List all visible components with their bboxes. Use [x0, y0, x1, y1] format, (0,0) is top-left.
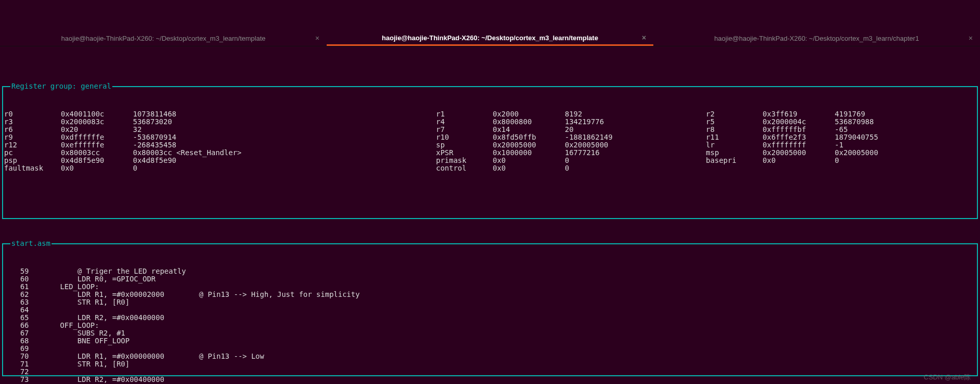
register-hex: 0x8fd50ffb [493, 133, 565, 141]
register-hex: 0x80003cc [61, 149, 133, 157]
register-hex: 0x3ff619 [763, 110, 835, 118]
register-hex: 0x0 [493, 157, 565, 164]
source-line: 60 LDR R0, =GPIOC_ODR [4, 275, 976, 283]
terminal-body: Register group: general r00x4001100c1073… [0, 62, 980, 384]
source-line: 68 BNE OFF_LOOP [4, 337, 976, 345]
register-cell: r100x8fd50ffb-1881862149 [436, 133, 706, 141]
register-dec: 0 [133, 164, 436, 172]
source-lineno: 72 [4, 368, 34, 376]
source-line: 69 [4, 345, 976, 353]
register-cell: r80xffffffbf-65 [706, 126, 976, 133]
register-dec: 32 [133, 126, 436, 133]
source-text: LDR R1, =#0x00002000 @ Pin13 --> High, J… [34, 291, 360, 298]
register-hex: 0x1000000 [493, 149, 565, 157]
source-text: BNE OFF_LOOP [34, 337, 129, 345]
register-row: pc0x80003cc0x80003cc <Reset_Handler>xPSR… [4, 149, 976, 157]
source-lineno: 59 [4, 268, 34, 275]
source-lineno: 62 [4, 291, 34, 298]
source-lineno: 63 [4, 298, 34, 306]
watermark: CSDN @able陈 [924, 373, 971, 381]
register-cell: r10x20008192 [436, 110, 706, 118]
register-dec: 536873020 [133, 118, 436, 126]
source-text: OFF_LOOP: [34, 322, 99, 329]
register-hex: 0x20005000 [493, 141, 565, 149]
close-icon[interactable]: × [642, 34, 646, 42]
source-lineno: 66 [4, 322, 34, 329]
register-name: r2 [706, 110, 763, 118]
register-cell: r00x4001100c1073811468 [4, 110, 436, 118]
register-dec: 134219776 [565, 118, 706, 126]
source-text: LDR R0, =GPIOC_ODR [34, 275, 156, 283]
source-listing: 59 @ Triger the LED repeatly60 LDR R0, =… [3, 268, 977, 384]
register-name: r5 [706, 118, 763, 126]
register-cell: r60x2032 [4, 126, 436, 133]
close-icon[interactable]: × [969, 35, 973, 42]
register-name: r12 [4, 141, 61, 149]
register-hex: 0x0 [493, 164, 565, 172]
register-hex: 0x2000004c [763, 118, 835, 126]
source-text: STR R1, [R0] [34, 298, 129, 306]
register-dec: 0 [565, 157, 706, 164]
register-hex: 0x0 [763, 157, 835, 164]
source-text: LDR R1, =#0x00000000 @ Pin13 --> Low [34, 353, 264, 360]
register-name: lr [706, 141, 763, 149]
source-lineno: 68 [4, 337, 34, 345]
terminal-tab-2[interactable]: haojie@haojie-ThinkPad-X260: ~/Desktop/c… [653, 31, 980, 46]
register-name [706, 164, 763, 172]
register-name: r10 [436, 133, 493, 141]
source-lineno: 64 [4, 306, 34, 314]
source-text: LDR R2, =#0x00400000 [34, 314, 164, 322]
register-dec: 1879040755 [835, 133, 976, 141]
register-name: pc [4, 149, 61, 157]
source-text: LED_LOOP: [34, 283, 99, 291]
register-row: r60x2032r70x1420r80xffffffbf-65 [4, 126, 976, 133]
register-dec: 1073811468 [133, 110, 436, 118]
register-cell: r30x2000083c536873020 [4, 118, 436, 126]
register-row: faultmask0x00control0x00 [4, 164, 976, 172]
terminal-tab-1[interactable]: haojie@haojie-ThinkPad-X260: ~/Desktop/c… [327, 31, 653, 46]
register-row: r00x4001100c1073811468r10x20008192r20x3f… [4, 110, 976, 118]
register-cell: sp0x200050000x20005000 [436, 141, 706, 149]
source-lineno: 65 [4, 314, 34, 322]
register-hex: 0x20 [61, 126, 133, 133]
register-name: basepri [706, 157, 763, 164]
register-dec: -1881862149 [565, 133, 706, 141]
tab-title: haojie@haojie-ThinkPad-X260: ~/Desktop/c… [714, 35, 919, 42]
register-dec: -268435458 [133, 141, 436, 149]
register-name: msp [706, 149, 763, 157]
register-cell: r40x8000800134219776 [436, 118, 706, 126]
register-row: r30x2000083c536873020r40x800080013421977… [4, 118, 976, 126]
source-line: 71 STR R1, [R0] [4, 360, 976, 368]
source-text: LDR R2, =#0x00400000 [34, 376, 164, 383]
source-line: 67 SUBS R2, #1 [4, 329, 976, 337]
register-name: r1 [436, 110, 493, 118]
register-dec [835, 164, 976, 172]
source-lineno: 69 [4, 345, 34, 353]
register-hex: 0x2000083c [61, 118, 133, 126]
source-lineno: 67 [4, 329, 34, 337]
close-icon[interactable]: × [315, 35, 319, 42]
register-name: faultmask [4, 164, 61, 172]
register-hex: 0xdffffffe [61, 133, 133, 141]
register-cell: r70x1420 [436, 126, 706, 133]
register-name: r3 [4, 118, 61, 126]
register-cell [706, 164, 976, 172]
terminal-tab-0[interactable]: haojie@haojie-ThinkPad-X260: ~/Desktop/c… [0, 31, 327, 46]
source-line: 62 LDR R1, =#0x00002000 @ Pin13 --> High… [4, 291, 976, 298]
tab-bar: haojie@haojie-ThinkPad-X260: ~/Desktop/c… [0, 31, 980, 46]
register-name: psp [4, 157, 61, 164]
register-dec: 0x20005000 [835, 149, 976, 157]
source-lineno: 73 [4, 376, 34, 383]
source-line: 73 LDR R2, =#0x00400000 [4, 376, 976, 383]
registers-panel-title: Register group: general [10, 82, 112, 90]
source-text: STR R1, [R0] [34, 360, 129, 368]
source-line: 63 STR R1, [R0] [4, 298, 976, 306]
tab-title: haojie@haojie-ThinkPad-X260: ~/Desktop/c… [61, 35, 266, 42]
source-line: 64 [4, 306, 976, 314]
tab-title: haojie@haojie-ThinkPad-X260: ~/Desktop/c… [382, 34, 598, 42]
register-name: r7 [436, 126, 493, 133]
register-hex: 0xffffffbf [763, 126, 835, 133]
source-line: 65 LDR R2, =#0x00400000 [4, 314, 976, 322]
register-cell: r20x3ff6194191769 [706, 110, 976, 118]
register-hex: 0x20005000 [763, 149, 835, 157]
